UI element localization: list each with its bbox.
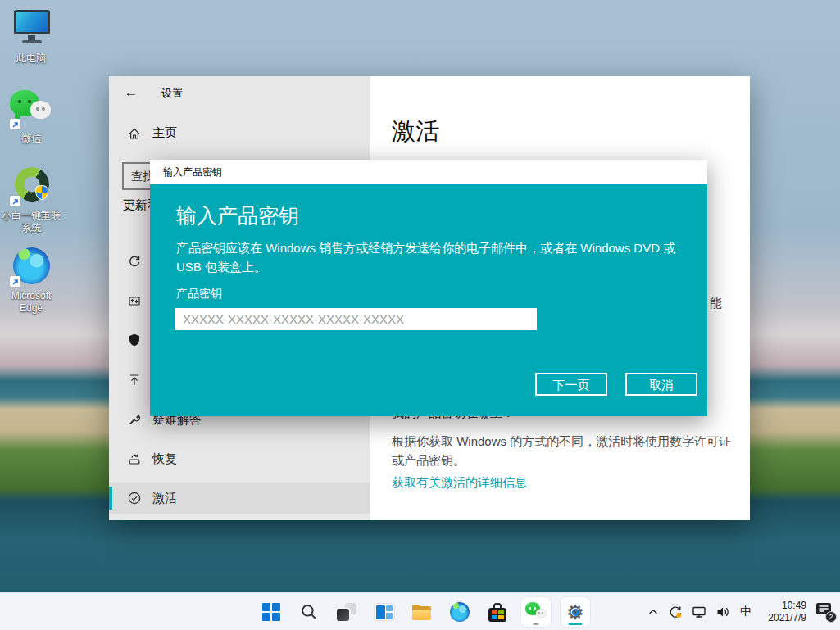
- search-icon: [300, 603, 318, 621]
- dialog-buttons: 下一页 取消: [535, 373, 697, 396]
- activation-description: 根据你获取 Windows 的方式的不同，激活时将使用数字许可证或产品密钥。: [392, 432, 733, 469]
- monitor-screen: [14, 10, 50, 34]
- widgets-icon: [375, 604, 394, 620]
- activation-info-link[interactable]: 获取有关激活的详细信息: [392, 475, 527, 491]
- wechat-icon: [8, 88, 54, 129]
- widgets-button[interactable]: [370, 596, 398, 628]
- clock-date: 2021/7/9: [761, 612, 806, 624]
- edge-icon: [8, 246, 54, 287]
- task-view-button[interactable]: [333, 596, 361, 628]
- recovery-icon: [127, 451, 142, 466]
- shield-badge-icon: [35, 185, 48, 200]
- wechat-icon: [525, 601, 547, 623]
- shortcut-arrow-icon: [10, 196, 20, 206]
- clock-time: 10:49: [761, 600, 806, 612]
- network-tray-icon[interactable]: [691, 604, 707, 620]
- tray-overflow-button[interactable]: [647, 605, 660, 619]
- system-tray: 中 10:49 2021/7/9 2: [647, 593, 835, 630]
- desktop-icon-this-pc[interactable]: 此电脑: [0, 8, 62, 65]
- search-button[interactable]: [295, 596, 323, 628]
- delivery-optimization-icon: [127, 293, 142, 308]
- dialog-title: 输入产品密钥: [163, 165, 222, 179]
- monitor-base: [22, 40, 42, 43]
- page-title: 激活: [392, 116, 439, 148]
- desktop-icon-edge[interactable]: Microsoft Edge: [0, 246, 62, 315]
- backup-up-arrow-icon: [127, 373, 142, 388]
- notification-center-button[interactable]: 2: [814, 601, 835, 623]
- home-label: 主页: [152, 125, 177, 141]
- enter-product-key-dialog: 输入产品密钥 输入产品密钥 产品密钥应该在 Windows 销售方或经销方发送给…: [150, 160, 707, 416]
- xiaobai-reinstall-icon: [8, 165, 54, 206]
- back-button[interactable]: ←: [117, 81, 145, 104]
- task-view-icon: [337, 602, 356, 622]
- desktop-icon-label: 此电脑: [0, 52, 62, 65]
- folder-icon: [412, 605, 432, 620]
- sidebar-item-home[interactable]: 主页: [127, 125, 177, 141]
- activation-check-icon: [127, 491, 142, 505]
- desktop-icon-label-line1: Microsoft: [0, 290, 62, 302]
- cancel-button[interactable]: 取消: [625, 373, 697, 396]
- desktop: 此电脑 微信 小白一键重装 系统: [0, 0, 840, 630]
- product-key-label: 产品密钥: [176, 287, 222, 301]
- dialog-body: 输入产品密钥 产品密钥应该在 Windows 销售方或经销方发送给你的电子邮件中…: [150, 184, 707, 416]
- desktop-icon-label: 微信: [0, 133, 62, 145]
- shortcut-arrow-icon: [10, 276, 20, 287]
- next-button[interactable]: 下一页: [535, 373, 607, 396]
- wechat-small-bubble: [30, 101, 51, 119]
- window-title: 设置: [161, 86, 183, 101]
- active-app-indicator: [569, 623, 583, 625]
- taskbar-center-icons: ⚙: [257, 593, 590, 630]
- ime-indicator[interactable]: 中: [738, 605, 753, 619]
- taskbar-clock[interactable]: 10:49 2021/7/9: [761, 600, 806, 624]
- gear-icon: ⚙: [566, 602, 584, 623]
- microsoft-store-icon: [488, 603, 506, 622]
- shortcut-arrow-icon: [10, 119, 20, 129]
- security-shield-icon: [127, 333, 142, 347]
- home-icon: [127, 126, 142, 141]
- clipped-text-fragment: 能: [710, 296, 722, 311]
- dialog-titlebar: 输入产品密钥: [150, 160, 707, 184]
- desktop-icon-label-line2: 系统: [0, 222, 62, 234]
- product-key-input[interactable]: [175, 308, 537, 330]
- edge-icon: [450, 602, 470, 622]
- desktop-icon-wechat[interactable]: 微信: [0, 88, 62, 145]
- dialog-heading: 输入产品密钥: [176, 202, 299, 229]
- wrench-icon: [127, 412, 142, 427]
- back-arrow-icon: ←: [125, 84, 138, 101]
- sync-restart-icon: [667, 604, 683, 620]
- ethernet-network-icon: [691, 604, 707, 620]
- sync-icon: [127, 254, 142, 269]
- edge-button[interactable]: [446, 596, 474, 628]
- taskbar: ⚙: [0, 592, 840, 630]
- sidebar-item-label: 恢复: [152, 451, 177, 467]
- sidebar-item-label: 激活: [152, 491, 177, 506]
- chevron-up-icon: [647, 605, 660, 619]
- speaker-icon: [715, 604, 731, 620]
- running-indicator: [534, 623, 539, 625]
- file-explorer-button[interactable]: [408, 596, 436, 628]
- sidebar-item-recovery[interactable]: 恢复: [109, 443, 370, 474]
- dialog-description: 产品密钥应该在 Windows 销售方或经销方发送给你的电子邮件中，或者在 Wi…: [176, 238, 688, 276]
- windows-start-icon: [262, 603, 280, 621]
- this-pc-icon: [8, 8, 54, 49]
- wechat-taskbar-button[interactable]: [521, 597, 551, 627]
- update-pending-tray-icon[interactable]: [667, 604, 683, 620]
- store-button[interactable]: [484, 596, 511, 628]
- settings-taskbar-button[interactable]: ⚙: [561, 597, 590, 627]
- desktop-icon-xiaobai[interactable]: 小白一键重装 系统: [0, 165, 62, 234]
- volume-tray-icon[interactable]: [715, 604, 731, 620]
- desktop-icon-label-line2: Edge: [0, 302, 62, 315]
- start-button[interactable]: [257, 596, 285, 628]
- notification-badge: 2: [825, 611, 837, 623]
- sidebar-item-activation[interactable]: 激活: [109, 483, 370, 514]
- desktop-icon-label-line1: 小白一键重装: [0, 210, 62, 222]
